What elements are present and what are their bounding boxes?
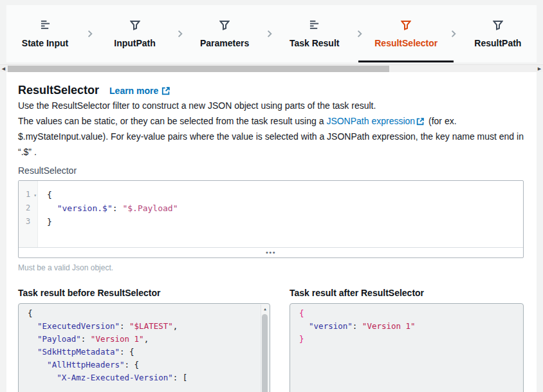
vertical-scrollbar[interactable]: ▲ bbox=[261, 304, 269, 392]
tab-label: ResultPath bbox=[474, 38, 521, 48]
editor-main: 1▾23 { "version.$": "$.Payload"} bbox=[19, 181, 523, 247]
horizontal-scrollbar[interactable]: ◀ ▶ bbox=[0, 64, 543, 72]
tab-label: State Input bbox=[22, 38, 68, 48]
tab-task-result[interactable]: Task Result bbox=[285, 5, 344, 62]
before-json-content: { "ExecutedVersion": "$LATEST", "Payload… bbox=[28, 307, 261, 384]
tab-inputpath[interactable]: InputPath bbox=[106, 5, 165, 62]
chevron-right-icon bbox=[175, 5, 185, 62]
external-link-icon bbox=[161, 86, 170, 95]
editor-code-area[interactable]: { "version.$": "$.Payload"} bbox=[38, 181, 523, 247]
description-text: The values can be static, or they can be… bbox=[18, 113, 524, 160]
filter-icon bbox=[130, 19, 140, 30]
title-row: ResultSelector Learn more bbox=[18, 82, 524, 98]
chevron-right-icon bbox=[448, 5, 458, 62]
description-before-link: The values can be static, or they can be… bbox=[18, 116, 326, 126]
resultselector-code-editor: 1▾23 { "version.$": "$.Payload"} ••• bbox=[18, 180, 524, 258]
active-tab-indicator bbox=[358, 61, 454, 62]
vertical-scrollbar-thumb[interactable] bbox=[262, 314, 268, 392]
after-panel-title: Task result after ResultSelector bbox=[290, 286, 524, 299]
list-icon bbox=[309, 19, 320, 30]
tab-label: Parameters bbox=[200, 38, 249, 48]
external-link-icon[interactable] bbox=[416, 117, 425, 126]
task-result-after-box: { "version": "Version 1"} bbox=[290, 303, 524, 392]
filter-icon bbox=[219, 19, 230, 30]
tab-resultpath[interactable]: ResultPath bbox=[468, 5, 528, 62]
intro-text: Use the ResultSelector filter to constru… bbox=[18, 98, 524, 113]
editor-label: ResultSelector bbox=[18, 165, 524, 176]
after-column: Task result after ResultSelector { "vers… bbox=[290, 286, 524, 392]
tab-resultselector[interactable]: ResultSelector bbox=[374, 5, 437, 62]
task-result-before-box: { "ExecutedVersion": "$LATEST", "Payload… bbox=[18, 303, 270, 392]
result-comparison-section: Task result before ResultSelector { "Exe… bbox=[18, 286, 524, 392]
editor-line-number-gutter[interactable]: 1▾23 bbox=[19, 181, 38, 247]
tab-label: Task Result bbox=[290, 38, 340, 48]
editor-validation-hint: Must be a valid Json object. bbox=[18, 263, 524, 273]
jsonpath-expression-link[interactable]: JSONPath expression bbox=[326, 116, 415, 126]
list-icon bbox=[40, 19, 51, 30]
learn-more-label: Learn more bbox=[109, 86, 158, 96]
chevron-right-icon bbox=[354, 5, 364, 62]
dataflow-step-tabs: State Input InputPath Parameters Task Re… bbox=[6, 5, 537, 62]
page-title: ResultSelector bbox=[18, 82, 99, 98]
editor-resize-handle[interactable]: ••• bbox=[19, 247, 523, 257]
before-panel-title: Task result before ResultSelector bbox=[18, 286, 270, 299]
horizontal-scrollbar-thumb[interactable] bbox=[8, 66, 389, 72]
tab-label: InputPath bbox=[114, 38, 156, 48]
chevron-right-icon bbox=[85, 5, 95, 62]
tab-parameters[interactable]: Parameters bbox=[195, 5, 254, 62]
scroll-up-arrow-icon[interactable]: ▲ bbox=[261, 304, 269, 313]
resultselector-panel: ResultSelector Learn more Use the Result… bbox=[6, 72, 537, 392]
filter-icon bbox=[493, 19, 503, 30]
after-json-content: { "version": "Version 1"} bbox=[299, 307, 514, 346]
chevron-right-icon bbox=[264, 5, 274, 62]
scroll-left-arrow-icon[interactable]: ◀ bbox=[0, 65, 7, 72]
before-column: Task result before ResultSelector { "Exe… bbox=[18, 286, 270, 392]
tab-state-input[interactable]: State Input bbox=[15, 5, 75, 62]
filter-icon bbox=[401, 19, 411, 30]
learn-more-link[interactable]: Learn more bbox=[109, 86, 170, 96]
scroll-right-arrow-icon[interactable]: ▶ bbox=[536, 65, 543, 72]
tab-label: ResultSelector bbox=[374, 38, 437, 48]
